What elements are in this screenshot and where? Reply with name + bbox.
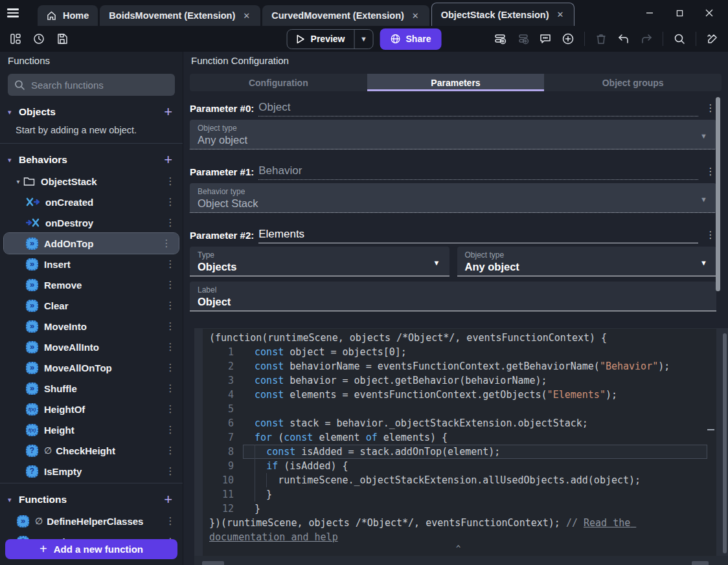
- parameter-name-input[interactable]: Object: [258, 101, 698, 116]
- item-menu-button[interactable]: ⋮: [165, 515, 176, 527]
- sidebar-item-checkheight[interactable]: ?∅CheckHeight⋮: [0, 440, 183, 461]
- line-number: 6: [209, 416, 234, 430]
- save-icon[interactable]: [56, 32, 69, 45]
- sidebar-item-definehelperclasses[interactable]: »∅DefineHelperClasses⋮: [0, 511, 183, 531]
- parameter-menu-button[interactable]: ⋮: [705, 166, 716, 180]
- add-functions-button[interactable]: +: [161, 494, 175, 505]
- item-menu-button[interactable]: ⋮: [165, 320, 176, 332]
- parameter-menu-button[interactable]: ⋮: [705, 102, 716, 116]
- edit-theme-icon[interactable]: [706, 32, 719, 45]
- search-icon[interactable]: [673, 32, 686, 45]
- item-menu-button[interactable]: ⋮: [165, 258, 176, 270]
- tab-close-icon[interactable]: ✕: [411, 10, 420, 22]
- sidebar-title: Functions: [0, 52, 183, 69]
- plus-icon: +: [40, 542, 47, 557]
- sidebar-item-height[interactable]: f(x)Height⋮: [0, 419, 183, 440]
- item-menu-button[interactable]: ⋮: [165, 424, 176, 436]
- tab-close-icon[interactable]: ✕: [556, 8, 565, 21]
- action-function-icon: »: [26, 320, 38, 333]
- add-objects-button[interactable]: +: [161, 106, 175, 118]
- sidebar-item-ondestroy[interactable]: onDestroy⋮: [0, 212, 183, 233]
- add-event-icon[interactable]: [494, 32, 506, 45]
- search-functions-box[interactable]: [8, 74, 175, 96]
- share-button[interactable]: Share: [380, 28, 442, 50]
- tab-object-groups[interactable]: Object groups: [544, 74, 722, 91]
- tab-home[interactable]: Home: [38, 5, 98, 26]
- chevron-down-icon[interactable]: ▾: [13, 178, 23, 185]
- field-label: Object type: [198, 124, 709, 133]
- trash-icon[interactable]: [595, 32, 608, 45]
- tab-curvedmovement[interactable]: CurvedMovement (Extension)✕: [262, 5, 429, 26]
- section-header-objects[interactable]: ▾Objects+: [0, 101, 183, 123]
- add-subevent-icon[interactable]: [516, 32, 529, 45]
- redo-icon[interactable]: [640, 32, 653, 45]
- section-header-behaviors[interactable]: ▾Behaviors+: [0, 149, 183, 171]
- tab-boidsmovement[interactable]: BoidsMovement (Extension)✕: [100, 5, 260, 26]
- parameter-name-input[interactable]: Elements: [258, 228, 698, 243]
- line-number: 5: [209, 402, 234, 416]
- parameter-menu-button[interactable]: ⋮: [705, 229, 716, 243]
- tab-objectstack[interactable]: ObjectStack (Extension)✕: [431, 3, 575, 26]
- sidebar-item-remove[interactable]: »Remove⋮: [0, 274, 183, 295]
- tab-parameters[interactable]: Parameters: [367, 74, 545, 91]
- item-menu-button[interactable]: ⋮: [165, 382, 176, 394]
- panels-icon[interactable]: [9, 32, 22, 45]
- chevron-down-icon: ▼: [700, 195, 707, 203]
- close-button[interactable]: [694, 3, 724, 23]
- sidebar-item-addontop[interactable]: »AddOnTop⋮: [4, 233, 179, 254]
- minimize-button[interactable]: [635, 3, 665, 23]
- line-text: [243, 402, 707, 416]
- parameter-name-input[interactable]: Behavior: [258, 164, 698, 180]
- sidebar-item-insert[interactable]: »Insert⋮: [0, 254, 183, 274]
- add-circle-icon[interactable]: [562, 32, 574, 45]
- line-number: 7: [209, 430, 234, 445]
- dropdown-object-type[interactable]: Object typeAny object▼: [190, 120, 716, 150]
- item-menu-button[interactable]: ⋮: [165, 196, 176, 208]
- code-editor-scrollbar[interactable]: [723, 333, 727, 553]
- history-clock-icon[interactable]: [32, 32, 45, 45]
- item-menu-button[interactable]: ⋮: [165, 175, 176, 187]
- collapse-editor-button[interactable]: ^: [209, 544, 707, 555]
- parameter-fields-row: TypeObjects▼Object typeAny object▼: [190, 247, 716, 276]
- undo-icon[interactable]: [617, 32, 630, 45]
- sidebar-item-heightof[interactable]: f(x)HeightOf⋮: [0, 399, 183, 419]
- maximize-button[interactable]: [665, 3, 694, 23]
- dropdown-type[interactable]: TypeObjects▼: [190, 247, 449, 276]
- dropdown-object-type[interactable]: Object typeAny object▼: [457, 247, 717, 276]
- sidebar-item-clear[interactable]: »Clear⋮: [0, 295, 183, 316]
- sidebar-item-moveinto[interactable]: »MoveInto⋮: [0, 316, 183, 337]
- tab-close-icon[interactable]: ✕: [242, 10, 251, 22]
- item-menu-button[interactable]: ⋮: [165, 403, 176, 415]
- sidebar-item-objectstack[interactable]: ▾ObjectStack⋮: [0, 171, 183, 192]
- item-menu-button[interactable]: ⋮: [165, 300, 176, 311]
- code-footer-line: })(runtimeScene, objects /*Object*/, eve…: [209, 516, 707, 544]
- parameters-scrollbar[interactable]: [716, 97, 720, 291]
- line-number: 9: [209, 459, 234, 473]
- sidebar-item-oncreated[interactable]: onCreated⋮: [0, 192, 183, 212]
- item-menu-button[interactable]: ⋮: [165, 362, 176, 373]
- preview-button[interactable]: Preview ▼: [287, 29, 374, 49]
- add-behaviors-button[interactable]: +: [161, 154, 175, 166]
- item-menu-button[interactable]: ⋮: [165, 341, 176, 353]
- sidebar-item-shuffle[interactable]: »Shuffle⋮: [0, 378, 183, 399]
- main-menu-button[interactable]: [0, 0, 26, 26]
- sidebar-item-moveallontop[interactable]: »MoveAllOnTop⋮: [0, 357, 183, 378]
- add-comment-icon[interactable]: [539, 32, 552, 45]
- item-menu-button[interactable]: ⋮: [165, 445, 176, 456]
- tab-configuration[interactable]: Configuration: [190, 74, 367, 91]
- item-menu-button[interactable]: ⋮: [165, 465, 176, 477]
- field-label[interactable]: LabelObject▼: [190, 282, 716, 311]
- add-new-function-button[interactable]: + Add a new function: [5, 539, 177, 559]
- dropdown-behavior-type[interactable]: Behavior typeObject Stack▼: [190, 183, 716, 213]
- item-menu-button[interactable]: ⋮: [165, 217, 176, 228]
- preview-dropdown-button[interactable]: ▼: [355, 35, 373, 43]
- item-menu-button[interactable]: ⋮: [161, 238, 172, 249]
- js-code-editor[interactable]: (function(runtimeScene, objects /*Object…: [203, 329, 716, 556]
- section-header-functions[interactable]: ▾Functions+: [0, 489, 183, 511]
- item-menu-button[interactable]: ⋮: [165, 279, 176, 291]
- search-functions-input[interactable]: [31, 80, 168, 91]
- sidebar-item-moveallinto[interactable]: »MoveAllInto⋮: [0, 337, 183, 357]
- line-text: if (isAdded) {: [243, 459, 707, 473]
- section-label: Objects: [19, 106, 161, 118]
- sidebar-item-isempty[interactable]: ?IsEmpty⋮: [0, 461, 183, 482]
